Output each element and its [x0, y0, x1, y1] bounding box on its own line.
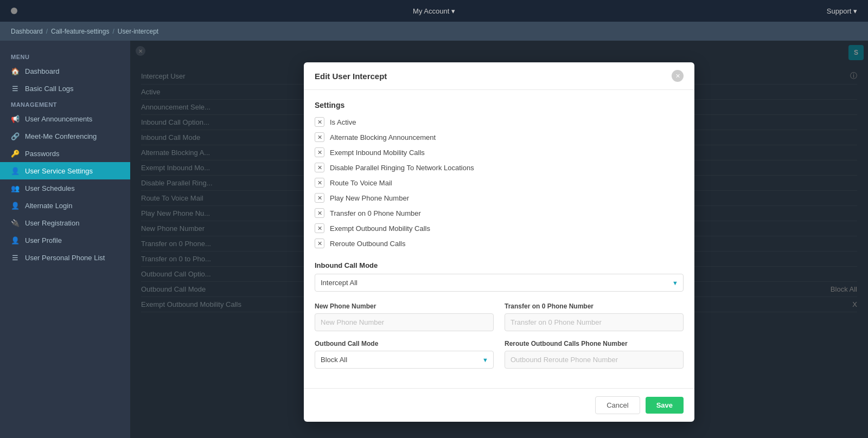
sidebar-label-meet-me-conferencing: Meet-Me Conferencing [25, 132, 97, 140]
reroute-outbound-input[interactable] [505, 351, 684, 369]
checkbox-row-is-active: ✕ Is Active [315, 117, 684, 127]
sidebar-item-user-announcements[interactable]: 📢 User Announcements [0, 110, 130, 127]
checkbox-label-is-active: Is Active [330, 118, 356, 126]
transfer-on-0-group: Transfer on 0 Phone Number [505, 302, 684, 331]
content-area: ✕ S Intercept User ⓘ Active Announcement… [130, 41, 868, 438]
outbound-call-mode-label: Outbound Call Mode [315, 340, 494, 347]
checkbox-disable-parallel[interactable]: ✕ [315, 163, 324, 172]
sidebar-label-alternate-login: Alternate Login [25, 202, 72, 210]
top-bar-left [11, 8, 17, 14]
top-bar-right: Support ▾ [827, 7, 857, 15]
new-phone-number-input[interactable] [315, 313, 494, 331]
app-logo-icon [11, 8, 17, 14]
sidebar-label-user-registration: User Registration [25, 219, 79, 227]
checkbox-row-exempt-inbound: ✕ Exempt Inbound Mobility Calls [315, 147, 684, 157]
call-logs-icon: ☰ [11, 84, 20, 93]
user-service-icon: 👤 [11, 166, 20, 175]
sidebar: Menu 🏠 Dashboard ☰ Basic Call Logs Manag… [0, 41, 130, 438]
sidebar-label-user-service-settings: User Service Settings [25, 167, 93, 175]
user-profile-icon: 👤 [11, 236, 20, 244]
modal-close-button[interactable]: ✕ [672, 70, 684, 82]
new-phone-number-group: New Phone Number [315, 302, 494, 331]
new-phone-number-label: New Phone Number [315, 302, 494, 310]
sidebar-item-user-schedules[interactable]: 👥 User Schedules [0, 179, 130, 197]
top-bar: My Account ▾ Support ▾ [0, 0, 868, 22]
breadcrumb-sep-2: / [112, 28, 114, 35]
transfer-on-0-label: Transfer on 0 Phone Number [505, 302, 684, 310]
passwords-icon: 🔑 [11, 149, 20, 158]
sidebar-label-user-schedules: User Schedules [25, 184, 75, 192]
breadcrumb-sep-1: / [46, 28, 48, 35]
breadcrumb-user-intercept[interactable]: User-intercept [118, 28, 158, 35]
checkbox-label-exempt-outbound: Exempt Outbound Mobility Calls [330, 224, 430, 233]
breadcrumb-call-feature-settings[interactable]: Call-feature-settings [51, 28, 109, 35]
checkbox-label-disable-parallel: Disable Parallel Ringing To Network Loca… [330, 164, 474, 172]
modal-body: Settings ✕ Is Active ✕ Alternate Blockin… [304, 90, 694, 388]
save-button[interactable]: Save [646, 397, 684, 414]
cancel-button[interactable]: Cancel [595, 396, 640, 414]
checkbox-row-alternate-blocking: ✕ Alternate Blocking Announcement [315, 132, 684, 142]
sidebar-label-basic-call-logs: Basic Call Logs [25, 85, 74, 93]
inbound-call-mode-label: Inbound Call Mode [315, 261, 684, 269]
breadcrumb-dashboard[interactable]: Dashboard [11, 28, 43, 35]
main-layout: Menu 🏠 Dashboard ☰ Basic Call Logs Manag… [0, 41, 868, 438]
modal-header: Edit User Intercept ✕ [304, 62, 694, 90]
dashboard-icon: 🏠 [11, 67, 20, 75]
checkbox-label-reroute-outbound: Reroute Outbound Calls [330, 240, 405, 248]
settings-section-title: Settings [315, 101, 684, 110]
checkbox-row-reroute-outbound: ✕ Reroute Outbound Calls [315, 239, 684, 248]
checkbox-row-transfer-on-0: ✕ Transfer on 0 Phone Number [315, 208, 684, 218]
reroute-outbound-group: Reroute Outbound Calls Phone Number [505, 340, 684, 369]
breadcrumb: Dashboard / Call-feature-settings / User… [0, 22, 868, 41]
sidebar-item-passwords[interactable]: 🔑 Passwords [0, 145, 130, 162]
checkbox-label-exempt-inbound: Exempt Inbound Mobility Calls [330, 149, 425, 157]
alternate-login-icon: 👤 [11, 201, 20, 210]
checkbox-list: ✕ Is Active ✕ Alternate Blocking Announc… [315, 117, 684, 248]
transfer-on-0-input[interactable] [505, 313, 684, 331]
user-registration-icon: 🔌 [11, 218, 20, 227]
checkbox-is-active[interactable]: ✕ [315, 117, 324, 127]
sidebar-item-user-service-settings[interactable]: 👤 User Service Settings [0, 162, 130, 179]
sidebar-item-dashboard[interactable]: 🏠 Dashboard [0, 62, 130, 80]
top-bar-center[interactable]: My Account ▾ [413, 7, 455, 15]
sidebar-label-user-announcements: User Announcements [25, 115, 92, 123]
checkbox-row-play-new-phone: ✕ Play New Phone Number [315, 193, 684, 203]
user-schedules-icon: 👥 [11, 184, 20, 192]
outbound-row: Outbound Call Mode Block All Allow All B… [315, 340, 684, 369]
checkbox-transfer-on-0[interactable]: ✕ [315, 208, 324, 218]
checkbox-row-disable-parallel: ✕ Disable Parallel Ringing To Network Lo… [315, 163, 684, 172]
modal-overlay: Edit User Intercept ✕ Settings ✕ Is Acti… [130, 41, 868, 438]
outbound-call-mode-select[interactable]: Block All Allow All Block Outbound [315, 351, 494, 369]
sidebar-menu-label: Menu [0, 49, 130, 62]
conferencing-icon: 🔗 [11, 132, 20, 140]
my-account-button[interactable]: My Account ▾ [413, 7, 455, 15]
sidebar-item-user-registration[interactable]: 🔌 User Registration [0, 214, 130, 231]
sidebar-item-user-personal-phone-list[interactable]: ☰ User Personal Phone List [0, 249, 130, 266]
sidebar-management-label: Management [0, 97, 130, 110]
phone-list-icon: ☰ [11, 253, 20, 262]
checkbox-label-transfer-on-0: Transfer on 0 Phone Number [330, 209, 421, 217]
edit-user-intercept-modal: Edit User Intercept ✕ Settings ✕ Is Acti… [304, 62, 694, 422]
phone-number-row: New Phone Number Transfer on 0 Phone Num… [315, 302, 684, 331]
checkbox-exempt-outbound[interactable]: ✕ [315, 223, 324, 233]
inbound-call-mode-select[interactable]: Intercept All Allow All Allow System Cal… [315, 274, 684, 292]
checkbox-exempt-inbound[interactable]: ✕ [315, 147, 324, 157]
checkbox-label-alternate-blocking: Alternate Blocking Announcement [330, 133, 436, 141]
announcements-icon: 📢 [11, 114, 20, 123]
sidebar-label-passwords: Passwords [25, 150, 60, 158]
checkbox-row-exempt-outbound: ✕ Exempt Outbound Mobility Calls [315, 223, 684, 233]
reroute-outbound-label: Reroute Outbound Calls Phone Number [505, 340, 684, 347]
checkbox-alternate-blocking[interactable]: ✕ [315, 132, 324, 142]
checkbox-play-new-phone[interactable]: ✕ [315, 193, 324, 203]
sidebar-item-basic-call-logs[interactable]: ☰ Basic Call Logs [0, 80, 130, 97]
checkbox-row-route-voicemail: ✕ Route To Voice Mail [315, 178, 684, 188]
sidebar-item-meet-me-conferencing[interactable]: 🔗 Meet-Me Conferencing [0, 127, 130, 145]
outbound-call-mode-group: Outbound Call Mode Block All Allow All B… [315, 340, 494, 369]
checkbox-reroute-outbound[interactable]: ✕ [315, 239, 324, 248]
sidebar-item-alternate-login[interactable]: 👤 Alternate Login [0, 197, 130, 214]
sidebar-label-dashboard: Dashboard [25, 67, 60, 75]
sidebar-item-user-profile[interactable]: 👤 User Profile [0, 231, 130, 249]
checkbox-route-voicemail[interactable]: ✕ [315, 178, 324, 188]
support-button[interactable]: Support ▾ [827, 7, 857, 15]
modal-footer: Cancel Save [304, 388, 694, 422]
